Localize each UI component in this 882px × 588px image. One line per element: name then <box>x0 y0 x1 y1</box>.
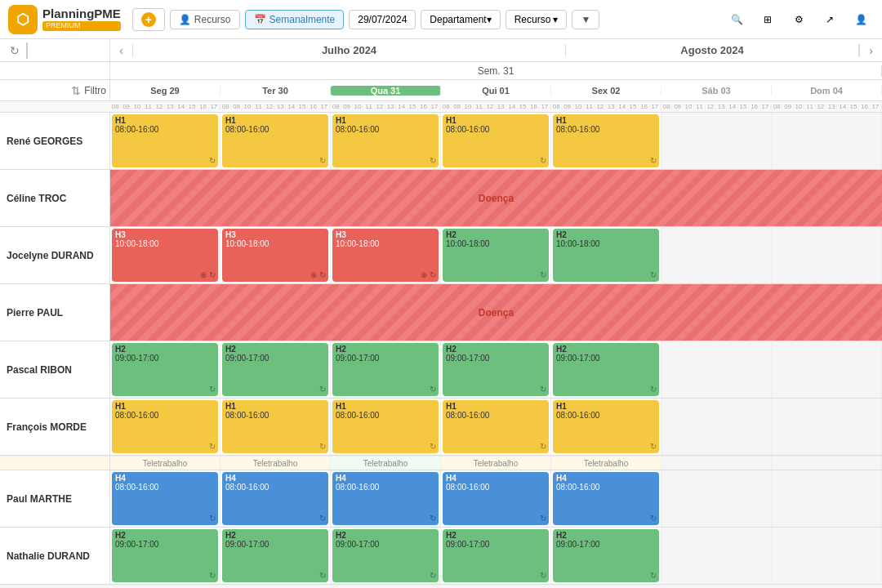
refresh-small-icon[interactable]: ↻ <box>319 514 326 523</box>
cell-4-6[interactable] <box>772 341 882 398</box>
refresh-small-icon[interactable]: ↻ <box>209 385 216 394</box>
cell-2-3[interactable]: H210:00-18:00↻ <box>441 227 551 283</box>
next-nav[interactable]: › <box>859 44 882 57</box>
event-block-4-1[interactable]: H209:00-17:00↻ <box>222 343 328 396</box>
cell-0-1[interactable]: H108:00-16:00↻ <box>220 113 331 169</box>
event-block-6-0[interactable]: H408:00-16:00↻ <box>112 472 218 525</box>
semanalmente-button[interactable]: 📅 Semanalmente <box>245 10 345 29</box>
event-block-5-3[interactable]: H108:00-16:00↻ <box>443 400 549 453</box>
event-block-0-4[interactable]: H108:00-16:00↻ <box>553 114 659 167</box>
date-button[interactable]: 29/07/2024 <box>349 10 416 29</box>
refresh-small-icon[interactable]: ↻ <box>650 156 657 165</box>
cell-2-2[interactable]: H310:00-18:00⊕↻ <box>331 227 441 283</box>
refresh-small-icon[interactable]: ↻ <box>650 571 657 580</box>
event-block-0-3[interactable]: H108:00-16:00↻ <box>443 114 549 167</box>
cell-5-6[interactable] <box>772 399 882 455</box>
cell-2-4[interactable]: H210:00-18:00↻ <box>551 227 662 283</box>
event-block-2-1[interactable]: H310:00-18:00⊕↻ <box>222 229 328 282</box>
refresh-small-icon[interactable]: ↻ <box>650 514 657 523</box>
cell-5-3[interactable]: H108:00-16:00↻ <box>441 399 551 455</box>
search-button[interactable]: 🔍 <box>724 7 750 33</box>
departamento-button[interactable]: Departament▾ <box>421 10 500 29</box>
prev-nav[interactable]: ‹ <box>110 44 133 57</box>
refresh-small-icon[interactable]: ↻ <box>650 385 657 394</box>
refresh-small-icon[interactable]: ↻ <box>430 514 436 523</box>
user-button[interactable]: 👤 <box>848 7 874 33</box>
cell-5-2[interactable]: H108:00-16:00↻ <box>331 399 441 455</box>
cell-2-6[interactable] <box>772 227 882 283</box>
recurso2-button[interactable]: Recurso ▾ <box>506 10 568 29</box>
cell-4-5[interactable] <box>662 341 772 398</box>
cell-6-3[interactable]: H408:00-16:00↻ <box>441 470 551 527</box>
event-block-0-0[interactable]: H108:00-16:00↻ <box>112 114 218 167</box>
cell-0-2[interactable]: H108:00-16:00↻ <box>331 113 441 169</box>
cell-7-3[interactable]: H209:00-17:00↻ <box>441 528 551 584</box>
cell-7-6[interactable] <box>772 528 882 584</box>
event-block-4-4[interactable]: H209:00-17:00↻ <box>553 343 659 396</box>
cell-0-4[interactable]: H108:00-16:00↻ <box>551 113 662 169</box>
event-block-4-2[interactable]: H209:00-17:00↻ <box>332 343 439 396</box>
cell-5-5[interactable] <box>662 399 772 455</box>
refresh-small-icon[interactable]: ↻ <box>540 270 546 279</box>
refresh-small-icon[interactable]: ↻ <box>319 156 326 165</box>
cell-4-3[interactable]: H209:00-17:00↻ <box>441 341 551 398</box>
plus-icon[interactable]: ⊕ <box>200 270 207 279</box>
refresh-small-icon[interactable]: ↻ <box>430 385 436 394</box>
cell-6-0[interactable]: H408:00-16:00↻ <box>110 470 220 527</box>
refresh-small-icon[interactable]: ↻ <box>209 442 216 451</box>
cell-7-2[interactable]: H209:00-17:00↻ <box>331 528 441 584</box>
event-block-0-2[interactable]: H108:00-16:00↻ <box>332 114 439 167</box>
event-block-2-2[interactable]: H310:00-18:00⊕↻ <box>332 229 439 282</box>
event-block-2-0[interactable]: H310:00-18:00⊕↻ <box>112 229 218 282</box>
refresh-small-icon[interactable]: ↻ <box>430 156 436 165</box>
event-block-7-3[interactable]: H209:00-17:00↻ <box>443 529 549 582</box>
cell-5-1[interactable]: H108:00-16:00↻ <box>220 399 331 455</box>
refresh-small-icon[interactable]: ↻ <box>540 385 546 394</box>
cell-0-0[interactable]: H108:00-16:00↻ <box>110 113 220 169</box>
filter-button[interactable]: ▼ <box>572 10 599 29</box>
recurso-button[interactable]: 👤 Recurso <box>170 10 240 29</box>
cell-4-0[interactable]: H209:00-17:00↻ <box>110 341 220 398</box>
cell-4-4[interactable]: H209:00-17:00↻ <box>551 341 662 398</box>
refresh-small-icon[interactable]: ↻ <box>650 270 657 279</box>
refresh-small-icon[interactable]: ↻ <box>430 442 436 451</box>
event-block-6-1[interactable]: H408:00-16:00↻ <box>222 472 328 525</box>
refresh-small-icon[interactable]: ↻ <box>430 571 436 580</box>
cell-5-4[interactable]: H108:00-16:00↻ <box>551 399 662 455</box>
refresh-small-icon[interactable]: ↻ <box>319 571 326 580</box>
cell-6-2[interactable]: H408:00-16:00↻ <box>331 470 441 527</box>
cell-7-1[interactable]: H209:00-17:00↻ <box>220 528 331 584</box>
event-block-0-1[interactable]: H108:00-16:00↻ <box>222 114 328 167</box>
cell-5-0[interactable]: H108:00-16:00↻ <box>110 399 220 455</box>
refresh-button[interactable]: ↻ <box>7 41 23 60</box>
refresh-small-icon[interactable]: ↻ <box>430 270 436 279</box>
refresh-small-icon[interactable]: ↻ <box>540 571 546 580</box>
event-block-6-3[interactable]: H408:00-16:00↻ <box>443 472 549 525</box>
add-button[interactable]: + <box>132 8 165 31</box>
cell-7-5[interactable] <box>662 528 772 584</box>
refresh-small-icon[interactable]: ↻ <box>209 156 216 165</box>
refresh-small-icon[interactable]: ↻ <box>540 514 546 523</box>
plus-icon[interactable]: ⊕ <box>421 270 427 279</box>
cell-4-2[interactable]: H209:00-17:00↻ <box>331 341 441 398</box>
cell-2-0[interactable]: H310:00-18:00⊕↻ <box>110 227 220 283</box>
cell-7-0[interactable]: H209:00-17:00↻ <box>110 528 220 584</box>
cell-2-1[interactable]: H310:00-18:00⊕↻ <box>220 227 331 283</box>
event-block-6-4[interactable]: H408:00-16:00↻ <box>553 472 659 525</box>
event-block-6-2[interactable]: H408:00-16:00↻ <box>332 472 439 525</box>
cell-7-4[interactable]: H209:00-17:00↻ <box>551 528 662 584</box>
event-block-7-1[interactable]: H209:00-17:00↻ <box>222 529 328 582</box>
event-block-7-4[interactable]: H209:00-17:00↻ <box>553 529 659 582</box>
event-block-5-2[interactable]: H108:00-16:00↻ <box>332 400 439 453</box>
cell-4-1[interactable]: H209:00-17:00↻ <box>220 341 331 398</box>
event-block-5-4[interactable]: H108:00-16:00↻ <box>553 400 659 453</box>
stack-button[interactable]: ⊞ <box>755 7 781 33</box>
refresh-small-icon[interactable]: ↻ <box>540 442 546 451</box>
cell-0-3[interactable]: H108:00-16:00↻ <box>441 113 551 169</box>
event-block-4-0[interactable]: H209:00-17:00↻ <box>112 343 218 396</box>
event-block-5-0[interactable]: H108:00-16:00↻ <box>112 400 218 453</box>
cell-6-5[interactable] <box>662 470 772 527</box>
refresh-small-icon[interactable]: ↻ <box>319 385 326 394</box>
refresh-small-icon[interactable]: ↻ <box>319 270 326 279</box>
cell-6-1[interactable]: H408:00-16:00↻ <box>220 470 331 527</box>
